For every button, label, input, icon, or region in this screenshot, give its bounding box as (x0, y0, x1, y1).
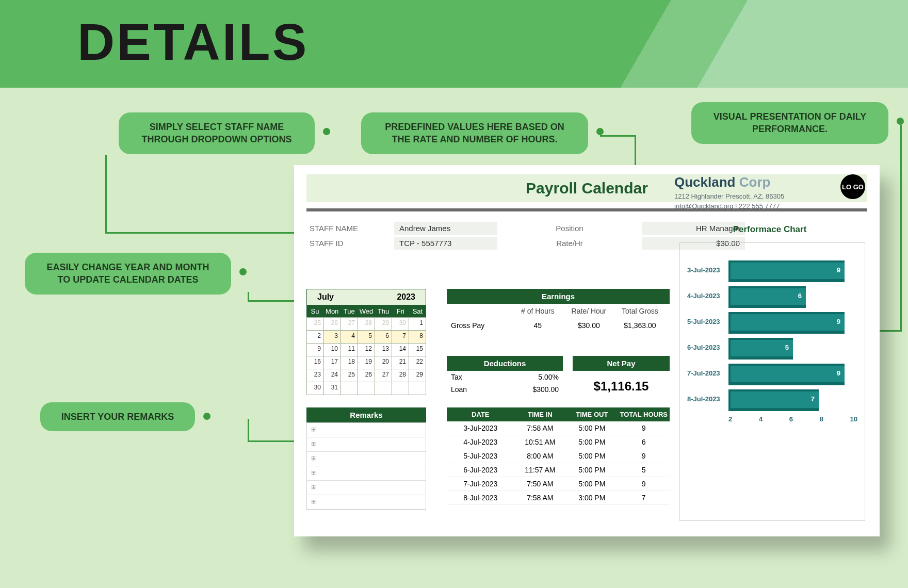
calendar-cell[interactable]: 9 (307, 344, 324, 356)
remarks-row[interactable]: ⊞ (307, 423, 426, 437)
calendar-cell[interactable] (358, 382, 375, 395)
connector (248, 419, 249, 442)
log-row: 4-Jul-202310:51 AM5:00 PM6 (447, 435, 670, 449)
log-row: 5-Jul-20238:00 AM5:00 PM9 (447, 449, 670, 463)
remarks-row[interactable]: ⊞ (307, 481, 426, 495)
performance-chart-title: Performace Chart (674, 224, 865, 235)
callout-dot (203, 413, 210, 420)
calendar-cell[interactable]: 8 (409, 331, 426, 344)
calendar-cell[interactable]: 13 (375, 344, 392, 356)
callout-dot (323, 128, 330, 135)
calendar-header[interactable]: July 2023 (306, 289, 426, 305)
calendar-cell[interactable]: 10 (324, 344, 341, 356)
company-address: 1212 Highlander Prescott, AZ, 86305 (674, 192, 865, 200)
chart-bar-row: 6-Jul-20235 (687, 338, 857, 356)
calendar-cell[interactable]: 12 (358, 344, 375, 356)
staff-id-label: STAFF ID (306, 237, 363, 250)
callout-text: SIMPLY SELECT STAFF NAME THROUGH DROPDOW… (142, 122, 292, 144)
staff-name-field[interactable]: Andrew James (394, 222, 497, 235)
calendar-cell[interactable]: 22 (409, 356, 426, 369)
staff-id-field[interactable]: TCP - 5557773 (394, 237, 497, 250)
remarks-section: Remarks ⊞⊞⊞⊞⊞⊞ (306, 407, 426, 510)
calendar-cell[interactable]: 31 (324, 382, 341, 395)
calendar-cell[interactable]: 20 (375, 356, 392, 369)
calendar-cell[interactable]: 25 (341, 369, 358, 382)
calendar-cell[interactable]: 26 (324, 318, 341, 331)
details-banner: DETAILS (0, 0, 908, 88)
earnings-data-row: Gross Pay 45 $30.00 $1,363.00 (447, 318, 670, 333)
remarks-header: Remarks (306, 407, 426, 422)
calendar-cell[interactable]: 17 (324, 356, 341, 369)
calendar-cell[interactable]: 11 (341, 344, 358, 356)
callout-text: VISUAL PRESENTATION OF DAILY PERFORMANCE… (714, 111, 866, 134)
calendar-cell[interactable] (375, 382, 392, 395)
netpay-section: Net Pay $1,116.15 (573, 356, 670, 402)
callout-text: EASILY CHANGE YEAR AND MONTH TO UPDATE C… (46, 262, 209, 285)
calendar-cell[interactable]: 18 (341, 356, 358, 369)
deduction-row: Tax5.00% (447, 371, 563, 383)
callout-text: PREDEFINED VALUES HERE BASED ON THE RATE… (385, 122, 564, 144)
earnings-column-row: # of Hours Rate/ Hour Total Gross (447, 304, 670, 318)
remarks-row[interactable]: ⊞ (307, 466, 426, 481)
calendar-cell[interactable]: 30 (392, 318, 409, 331)
log-row: 7-Jul-20237:50 AM5:00 PM9 (447, 477, 670, 491)
calendar-cell[interactable]: 16 (307, 356, 324, 369)
earnings-section: Earnings # of Hours Rate/ Hour Total Gro… (447, 289, 670, 333)
calendar-year: 2023 (397, 292, 415, 302)
calendar-cell[interactable]: 3 (324, 331, 341, 344)
calendar-cell[interactable]: 27 (375, 369, 392, 382)
deductions-section: Deductions Tax5.00%Loan$300.00 (447, 356, 563, 396)
deduction-row: Loan$300.00 (447, 383, 563, 396)
callout-text: INSERT YOUR REMARKS (61, 412, 174, 422)
calendar-cell[interactable]: 29 (375, 318, 392, 331)
remarks-row[interactable]: ⊞ (307, 452, 426, 466)
callout-dot (596, 128, 604, 135)
calendar-cell[interactable]: 28 (358, 318, 375, 331)
logo-icon: LO GO (840, 174, 865, 199)
calendar-cell[interactable]: 29 (409, 369, 426, 382)
earnings-header: Earnings (447, 289, 670, 304)
position-label: Position (528, 222, 611, 235)
calendar-cell[interactable]: 19 (358, 356, 375, 369)
company-block: Quckland Corp 1212 Highlander Prescott, … (674, 174, 865, 235)
callout-remarks: INSERT YOUR REMARKS (40, 402, 195, 431)
calendar-cell[interactable]: 30 (307, 382, 324, 395)
calendar-cell[interactable]: 2 (307, 331, 324, 344)
calendar-cell[interactable]: 24 (324, 369, 341, 382)
chart-bar-row: 8-Jul-20237 (687, 389, 857, 408)
calendar-cell[interactable]: 28 (392, 369, 409, 382)
calendar-cell[interactable]: 14 (392, 344, 409, 356)
remarks-row[interactable]: ⊞ (307, 495, 426, 510)
calendar-cell[interactable] (392, 382, 409, 395)
calendar-cell[interactable]: 26 (358, 369, 375, 382)
calendar-cell[interactable]: 25 (307, 318, 324, 331)
callout-year-month: EASILY CHANGE YEAR AND MONTH TO UPDATE C… (25, 253, 231, 295)
calendar-cell[interactable]: 21 (392, 356, 409, 369)
time-log-section: DATE TIME IN TIME OUT TOTAL HOURS 3-Jul-… (447, 407, 670, 505)
payroll-sheet: Payroll Calendar STAFF NAME Andrew James… (294, 165, 880, 536)
calendar-cell[interactable]: 7 (392, 331, 409, 344)
rate-label: Rate/Hr (528, 237, 611, 250)
calendar-cell[interactable] (341, 382, 358, 395)
remarks-body[interactable]: ⊞⊞⊞⊞⊞⊞ (306, 422, 426, 510)
calendar-cell[interactable] (409, 382, 426, 395)
netpay-value: $1,116.15 (573, 371, 670, 402)
calendar-cell[interactable]: 4 (341, 331, 358, 344)
callout-dot (897, 118, 904, 125)
calendar-dow-row: SuMonTueWedThuFriSat (306, 305, 426, 317)
calendar-cell[interactable]: 5 (358, 331, 375, 344)
chart-axis: 246810 (687, 415, 857, 423)
chart-bar-row: 5-Jul-20239 (687, 312, 857, 331)
chart-bar-row: 3-Jul-20239 (687, 260, 857, 279)
calendar-cell[interactable]: 27 (341, 318, 358, 331)
remarks-row[interactable]: ⊞ (307, 437, 426, 452)
calendar-cell[interactable]: 1 (409, 318, 426, 331)
callout-predefined: PREDEFINED VALUES HERE BASED ON THE RATE… (361, 112, 588, 154)
company-contact: info@Quickland.org | 222 555 7777 (674, 202, 865, 210)
chart-bar-row: 7-Jul-20239 (687, 364, 857, 382)
calendar-cell[interactable]: 15 (409, 344, 426, 356)
calendar-cell[interactable]: 6 (375, 331, 392, 344)
calendar-grid: 2526272829301234567891011121314151617181… (306, 317, 426, 395)
calendar-cell[interactable]: 23 (307, 369, 324, 382)
connector (600, 135, 636, 137)
